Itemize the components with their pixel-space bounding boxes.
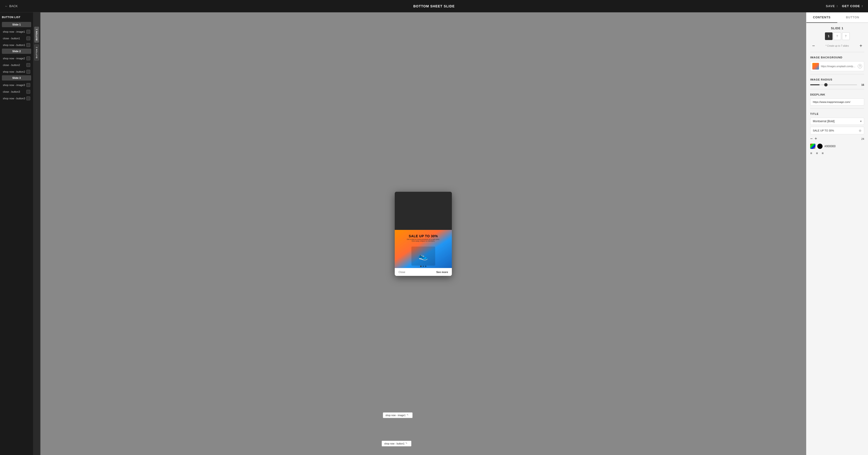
phone-image: SALE UP TO 30% Get a deal on luxury prod… — [395, 230, 452, 268]
divider — [810, 89, 864, 89]
font-size-value: 24 — [859, 138, 864, 140]
align-center-button[interactable]: ≡ — [816, 151, 818, 155]
checkbox-shop-now-button3[interactable] — [26, 96, 30, 100]
image-background-row[interactable]: https://images.unsplash.com/photo-... ? — [810, 61, 864, 71]
checkbox-shop-now-image3[interactable] — [26, 83, 30, 87]
image-radius-title: IMAGE RADIUS — [810, 78, 864, 81]
list-item[interactable]: shop now - image2 — [2, 55, 31, 61]
list-item[interactable]: close - button3 — [2, 89, 31, 95]
phone-footer: Close See more — [395, 268, 452, 276]
font-size-controls: − + — [810, 136, 817, 141]
font-name: Montserrat [Bold] — [813, 120, 859, 123]
align-right-button[interactable]: ≡ — [822, 151, 824, 155]
align-left-button[interactable]: ≡ — [810, 151, 812, 155]
sidebar-item-label: close - button2 — [3, 64, 20, 66]
slide-dot-2[interactable] — [423, 266, 424, 267]
divider — [810, 52, 864, 52]
list-item[interactable]: shop now - button1 — [2, 42, 31, 48]
slide-tab-3[interactable]: ? — [842, 32, 850, 40]
sidebar-item-label: close - button3 — [3, 90, 20, 93]
tab-contents[interactable]: CONTENTS — [806, 12, 837, 23]
checkbox-shop-now-image1[interactable] — [26, 30, 30, 34]
slide-count-increase-button[interactable]: + — [858, 42, 864, 49]
slide-header-3[interactable]: Slide 3 — [2, 75, 31, 81]
slide-count-controls: − * Create up to 7 slides + — [810, 42, 864, 49]
sidebar-item-label: shop now - button3 — [3, 97, 25, 100]
deeplink-input[interactable] — [810, 98, 864, 106]
list-item[interactable]: shop now - image1 — [2, 29, 31, 35]
list-item[interactable]: shop now - button2 — [2, 68, 31, 75]
sidebar-item-label: shop now - button2 — [3, 70, 25, 73]
image-content: SALE UP TO 30% Get a deal on luxury prod… — [395, 230, 452, 268]
list-item[interactable]: close - button2 — [2, 62, 31, 68]
list-item[interactable]: shop now - button3 — [2, 95, 31, 102]
slide-selector-label: SLIDE 1 — [810, 27, 864, 30]
deeplink-title: DEEPLINK — [810, 93, 864, 96]
slide-tab-1[interactable]: 1 — [825, 32, 833, 40]
font-size-decrease-button[interactable]: − — [810, 136, 813, 141]
font-size-row: − + 24 — [810, 136, 864, 141]
slide-dot-3[interactable] — [425, 266, 426, 267]
slide-tab-2[interactable]: ? — [834, 32, 841, 40]
save-label: SAVE — [826, 4, 835, 8]
sidebar-item-label: shop now - image2 — [3, 57, 25, 60]
checkbox-close-button1[interactable] — [26, 36, 30, 40]
slide-dots — [420, 266, 426, 267]
canvas-button-shop-now-button1[interactable]: shop now - button1 ✎ — [382, 441, 411, 447]
list-item[interactable]: shop now - image3 — [2, 82, 31, 88]
color-gradient-picker[interactable] — [810, 144, 815, 149]
image-radius-row: 16 — [810, 83, 864, 86]
sidebar-tab-button1[interactable]: BUTTON 1 — [34, 27, 39, 42]
image-url-text: https://images.unsplash.com/photo-... — [821, 65, 856, 68]
get-code-label: GET CODE — [842, 4, 860, 8]
checkbox-shop-now-image2[interactable] — [26, 56, 30, 60]
font-selector[interactable]: Montserrat [Bold] ▾ — [810, 118, 864, 125]
canvas-area: shop now - image1 ✎ SALE UP TO 30% Get a… — [40, 12, 806, 455]
phone-close-button[interactable]: Close — [399, 271, 405, 274]
slide-dot-1[interactable] — [420, 266, 422, 267]
sidebar-item-label: close - button1 — [3, 37, 20, 40]
slide-header-2[interactable]: Slide 2 — [2, 49, 31, 54]
back-label: BACK — [9, 4, 18, 8]
phone-see-more-button[interactable]: See more — [436, 271, 448, 274]
canvas-button-shop-now-image1[interactable]: shop now - image1 ✎ — [383, 413, 412, 418]
slide-header-1[interactable]: Slide 1 — [2, 22, 31, 27]
phone-bottom-sheet: SALE UP TO 30% Get a deal on luxury prod… — [395, 230, 452, 276]
slide-count-decrease-button[interactable]: − — [810, 42, 817, 49]
get-code-icon: ↑ — [862, 4, 864, 8]
sidebar-item-label: shop now - image1 — [3, 30, 25, 33]
checkbox-shop-now-button1[interactable] — [26, 43, 30, 47]
font-size-increase-button[interactable]: + — [815, 136, 817, 141]
color-hex-value: #000000 — [825, 145, 836, 148]
list-item[interactable]: close - button1 — [2, 35, 31, 41]
shoe-image: 👟 — [411, 247, 435, 266]
sidebar-tab-button2[interactable]: BUTTON 2 — [34, 45, 39, 60]
chevron-down-icon: ▾ — [860, 120, 862, 123]
sale-subtitle: Get a deal on luxury products at a sale … — [404, 238, 442, 242]
title-input-row: ⊕ — [810, 127, 864, 134]
back-arrow-icon: ← — [5, 4, 8, 8]
tab-button[interactable]: BUTTON — [837, 12, 868, 22]
help-icon[interactable]: ? — [858, 64, 862, 68]
color-swatch[interactable] — [817, 144, 823, 149]
slide-count-note: * Create up to 7 slides — [826, 45, 849, 47]
edit-icon[interactable]: ✎ — [405, 442, 409, 445]
add-title-button[interactable]: ⊕ — [859, 129, 862, 133]
phone-top-area — [395, 192, 452, 230]
sidebar-list: BUTTON LIST Slide 1 shop now - image1 cl… — [0, 12, 33, 455]
get-code-button[interactable]: GET CODE ↑ — [842, 4, 863, 8]
sale-title: SALE UP TO 30% — [409, 234, 438, 238]
image-radius-slider[interactable] — [810, 84, 857, 85]
sidebar-item-label: shop now - image3 — [3, 84, 25, 86]
back-button[interactable]: ← BACK — [5, 4, 18, 8]
sidebar: BUTTON LIST Slide 1 shop now - image1 cl… — [0, 12, 40, 455]
checkbox-shop-now-button2[interactable] — [26, 70, 30, 74]
save-button[interactable]: SAVE ↑ — [826, 4, 838, 8]
checkbox-close-button3[interactable] — [26, 90, 30, 94]
edit-icon[interactable]: ✎ — [407, 414, 410, 417]
checkbox-close-button2[interactable] — [26, 63, 30, 67]
slide-tabs: 1 ? ? — [810, 32, 864, 40]
title-text-input[interactable] — [813, 129, 858, 132]
divider — [810, 108, 864, 109]
panel-tabs: CONTENTS BUTTON — [806, 12, 868, 23]
